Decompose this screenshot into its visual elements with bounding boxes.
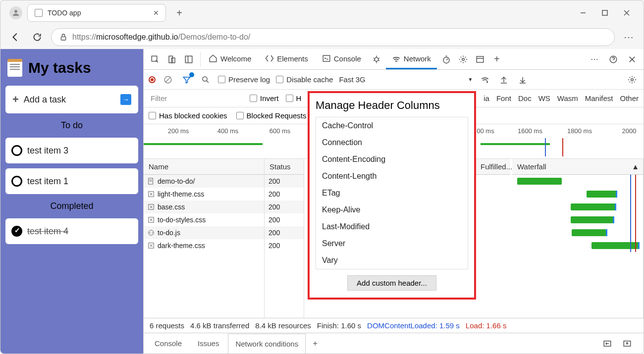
- request-row[interactable]: light-theme.css: [144, 188, 264, 201]
- devtools-close-icon[interactable]: [625, 52, 640, 67]
- submit-arrow-icon[interactable]: →: [120, 94, 131, 105]
- filter-type[interactable]: Font: [496, 94, 511, 102]
- new-tab-button[interactable]: +: [171, 4, 188, 21]
- browser-tab[interactable]: TODO app ×: [27, 4, 166, 22]
- blocked-requests-checkbox[interactable]: Blocked Requests: [236, 111, 307, 120]
- svg-rect-7: [169, 56, 173, 63]
- settings-gear-icon[interactable]: [456, 52, 471, 67]
- tab-elements[interactable]: Elements: [259, 49, 314, 69]
- header-option[interactable]: Connection: [316, 134, 468, 151]
- url-text: https://microsoftedge.github.io/Demos/de…: [72, 33, 250, 42]
- drawer-tab-console[interactable]: Console: [148, 333, 189, 354]
- upload-icon[interactable]: [497, 73, 510, 86]
- task-checkbox[interactable]: [11, 145, 22, 156]
- task-checkbox[interactable]: [11, 176, 22, 187]
- dropdown-arrow-icon[interactable]: ▼: [468, 77, 473, 82]
- hide-data-checkbox[interactable]: H: [286, 94, 302, 102]
- dock-icon[interactable]: [181, 52, 196, 67]
- task-item[interactable]: test item 3: [5, 138, 138, 163]
- drawer-expand-icon[interactable]: [620, 336, 635, 351]
- url-input[interactable]: https://microsoftedge.github.io/Demos/de…: [51, 28, 615, 46]
- add-custom-header-button[interactable]: Add custom header...: [347, 275, 436, 291]
- application-icon[interactable]: [473, 52, 487, 67]
- filter-input[interactable]: Filter: [149, 93, 243, 103]
- svg-rect-11: [323, 55, 330, 61]
- tab-network[interactable]: Network: [386, 49, 437, 69]
- waterfall-bar: [572, 229, 606, 236]
- manage-header-columns-popup: Manage Header Columns Cache-Control Conn…: [308, 91, 476, 300]
- waterfall-bars: [512, 175, 643, 252]
- device-toolbar-icon[interactable]: [164, 52, 179, 67]
- clear-icon[interactable]: [161, 73, 174, 86]
- drawer-icon[interactable]: [600, 336, 615, 351]
- filter-type[interactable]: ia: [483, 94, 489, 102]
- task-item[interactable]: test item 1: [5, 168, 138, 194]
- request-row[interactable]: base.css: [144, 201, 264, 213]
- column-header-status[interactable]: Status: [265, 159, 304, 175]
- request-row[interactable]: dark-theme.css: [144, 239, 264, 252]
- plus-icon: +: [12, 93, 19, 106]
- tab-close-icon[interactable]: ×: [153, 8, 159, 18]
- download-icon[interactable]: [516, 73, 529, 86]
- more-tabs-button[interactable]: +: [489, 52, 504, 67]
- column-header-fulfilled[interactable]: Fulfilled...: [476, 159, 510, 175]
- svg-point-14: [462, 58, 465, 60]
- header-option[interactable]: Content-Encoding: [316, 151, 468, 168]
- svg-line-21: [165, 77, 171, 82]
- clipboard-icon: [7, 59, 22, 77]
- preserve-log-checkbox[interactable]: Preserve log: [218, 75, 270, 84]
- minimize-button[interactable]: [578, 8, 588, 18]
- search-icon[interactable]: [199, 73, 212, 86]
- back-button[interactable]: [7, 29, 23, 45]
- header-option[interactable]: Last-Modified: [316, 218, 468, 235]
- waterfall-bar: [571, 203, 615, 210]
- request-row[interactable]: to-do-styles.css: [144, 213, 264, 226]
- filter-type[interactable]: Wasm: [557, 94, 578, 102]
- tab-welcome[interactable]: Welcome: [203, 49, 257, 69]
- header-option[interactable]: Cache-Control: [316, 117, 468, 134]
- drawer-tab-issues[interactable]: Issues: [191, 333, 226, 354]
- column-header-waterfall[interactable]: Waterfall▲: [512, 159, 643, 175]
- debugger-icon[interactable]: [369, 52, 384, 67]
- add-task-button[interactable]: + Add a task →: [5, 86, 138, 113]
- refresh-button[interactable]: [29, 29, 45, 45]
- close-window-button[interactable]: [622, 8, 632, 18]
- record-button[interactable]: [149, 76, 156, 83]
- profile-avatar[interactable]: [9, 6, 22, 19]
- header-option[interactable]: Content-Length: [316, 168, 468, 185]
- filter-type[interactable]: Doc: [518, 94, 532, 102]
- header-option[interactable]: ETag: [316, 185, 468, 202]
- filter-type[interactable]: Other: [620, 94, 639, 102]
- browser-menu-button[interactable]: ⋯: [621, 31, 637, 43]
- filter-type[interactable]: WS: [538, 94, 550, 102]
- filter-icon[interactable]: [180, 73, 193, 86]
- requests-count: 6 requests: [150, 321, 184, 330]
- invert-checkbox[interactable]: Invert: [250, 94, 279, 102]
- tab-console[interactable]: Console: [316, 49, 367, 69]
- task-item-completed[interactable]: test item 4: [5, 218, 138, 244]
- devtools-panel: Welcome Elements Console Network + ⋯ Pre…: [143, 49, 644, 354]
- header-option[interactable]: Keep-Alive: [316, 202, 468, 218]
- column-header-name[interactable]: Name: [144, 159, 264, 175]
- task-text: test item 4: [27, 226, 68, 237]
- help-icon[interactable]: [606, 52, 621, 67]
- request-row[interactable]: demo-to-do/: [144, 175, 264, 188]
- drawer-more-button[interactable]: +: [308, 336, 322, 351]
- request-row[interactable]: to-do.js: [144, 226, 264, 239]
- disable-cache-checkbox[interactable]: Disable cache: [276, 75, 333, 84]
- header-option[interactable]: Server: [316, 235, 468, 252]
- header-option[interactable]: Vary: [316, 252, 468, 269]
- document-icon: [148, 178, 155, 185]
- wifi-settings-icon[interactable]: [479, 73, 491, 86]
- performance-icon[interactable]: [439, 52, 454, 67]
- blocked-cookies-checkbox[interactable]: Has blocked cookies: [149, 111, 227, 120]
- filter-type[interactable]: Manifest: [585, 94, 613, 102]
- drawer-tab-network-conditions[interactable]: Network conditions: [228, 334, 306, 354]
- inspect-element-icon[interactable]: [148, 52, 162, 67]
- maximize-button[interactable]: [600, 8, 610, 18]
- throttling-select[interactable]: Fast 3G: [339, 75, 365, 84]
- network-settings-icon[interactable]: [626, 73, 639, 86]
- svg-rect-2: [602, 10, 607, 15]
- task-checkbox-checked[interactable]: [11, 226, 22, 237]
- devtools-more-icon[interactable]: ⋯: [587, 52, 602, 67]
